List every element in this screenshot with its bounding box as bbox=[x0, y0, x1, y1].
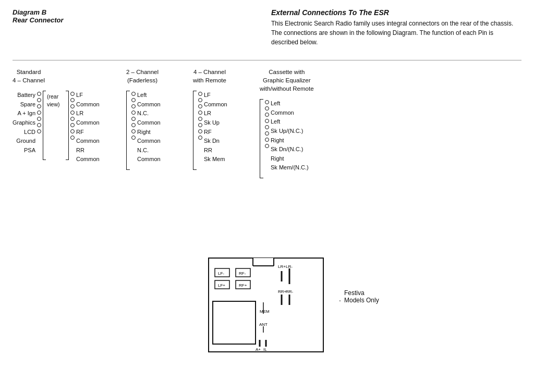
svg-text:LF-: LF- bbox=[218, 271, 224, 276]
std-dot-right-3 bbox=[70, 104, 75, 108]
four-ch-label-6: Sk Dn bbox=[204, 137, 227, 146]
diagrams-area: Standard 4 – Channel Battery Spare A + I… bbox=[13, 68, 521, 178]
two-ch-label-2: Common bbox=[137, 100, 161, 109]
header-left: Diagram B Rear Connector bbox=[13, 8, 64, 24]
std-dot-right-7 bbox=[70, 129, 75, 133]
std-rear-view-label: (rear view) bbox=[46, 91, 66, 110]
std-label-battery: Battery bbox=[17, 91, 35, 100]
page: Diagram B Rear Connector External Connec… bbox=[0, 0, 534, 392]
cassette-labels: Left Common Left Sk Up/(N.C.) Right Sk D… bbox=[271, 99, 309, 173]
four-ch-dot-1 bbox=[198, 92, 202, 96]
cass-label-8: Sk Mem/(N.C.) bbox=[271, 163, 309, 173]
connector-label: Rear Connector bbox=[13, 16, 64, 24]
standard-title: Standard 4 – Channel bbox=[13, 68, 45, 84]
std-box-right-border bbox=[66, 91, 69, 160]
cass-label-7: Right bbox=[271, 154, 309, 164]
cass-label-2: Common bbox=[271, 108, 309, 118]
svg-text:RF-: RF- bbox=[239, 271, 246, 276]
festiva-label: Festiva Models Only bbox=[344, 289, 379, 304]
svg-text:ANT: ANT bbox=[259, 322, 268, 327]
std-dot-right-2 bbox=[70, 98, 75, 102]
standard-right-labels: LF Common LR Common RF Common RR Common bbox=[76, 91, 100, 164]
four-ch-label-7: RR bbox=[204, 146, 227, 155]
two-ch-dot-5 bbox=[131, 117, 136, 121]
std-rlabel-lr: LR bbox=[76, 109, 83, 118]
two-ch-label-5: Right bbox=[137, 128, 161, 137]
two-ch-label-6: Common bbox=[137, 137, 161, 146]
four-channel-group: 4 – Channel with Remote bbox=[193, 68, 250, 178]
bottom-drawing-area: LF- RF- LF+ RF+ LR+ LR- RR+ RR- MEM bbox=[203, 255, 329, 366]
cass-dot-2 bbox=[265, 106, 269, 111]
two-channel-title: 2 – Channel (Faderless) bbox=[126, 68, 159, 84]
std-label-ground: Ground bbox=[16, 137, 35, 146]
std-dot-right-1 bbox=[70, 92, 75, 96]
cass-label-5: Right bbox=[271, 136, 309, 145]
std-rlabel-common4: Common bbox=[76, 155, 100, 164]
two-channel-content: Left Common N.C. Common Right Common N.C… bbox=[126, 91, 161, 170]
four-ch-label-3: LR bbox=[204, 109, 227, 118]
cass-label-4: Sk Up/(N.C.) bbox=[271, 127, 309, 136]
std-dot-left-7 bbox=[37, 129, 41, 133]
std-dot-left-1 bbox=[37, 92, 41, 96]
std-dot-right-6 bbox=[70, 123, 75, 127]
four-channel-labels: LF Common LR Sk Up RF Sk Dn RR Sk Mem bbox=[204, 91, 227, 164]
svg-text:RR-: RR- bbox=[286, 289, 294, 294]
cassette-dots bbox=[265, 99, 269, 149]
four-channel-dots bbox=[198, 91, 202, 141]
std-dot-right-5 bbox=[70, 117, 75, 121]
std-dot-left-2 bbox=[37, 98, 41, 102]
std-label-aign: A + Ign bbox=[17, 109, 35, 118]
cass-dot-1 bbox=[265, 100, 269, 104]
cass-dot-3 bbox=[265, 113, 269, 117]
cass-dot-7 bbox=[265, 138, 269, 142]
two-ch-dot-6 bbox=[131, 123, 136, 127]
cass-label-1: Left bbox=[271, 99, 309, 108]
four-ch-label-4: Sk Up bbox=[204, 118, 227, 128]
standard-connector-group: Standard 4 – Channel Battery Spare A + I… bbox=[13, 68, 117, 178]
diagram-label: Diagram B bbox=[13, 8, 64, 16]
two-channel-labels: Left Common N.C. Common Right Common N.C… bbox=[137, 91, 161, 164]
svg-text:RF+: RF+ bbox=[239, 283, 247, 288]
svg-text:A+: A+ bbox=[256, 347, 261, 352]
std-label-spare: Spare bbox=[20, 100, 35, 109]
two-ch-dot-7 bbox=[131, 129, 136, 133]
four-ch-label-2: Common bbox=[204, 100, 227, 109]
cass-dot-5 bbox=[265, 125, 269, 129]
std-dot-right-4 bbox=[70, 111, 75, 115]
four-ch-dot-7 bbox=[198, 129, 202, 133]
svg-text:MEM: MEM bbox=[260, 309, 270, 314]
cass-label-6: Sk Dn/(N.C.) bbox=[271, 145, 309, 154]
svg-text:LR-: LR- bbox=[286, 264, 293, 269]
two-ch-dot-4 bbox=[131, 111, 136, 115]
four-ch-dot-6 bbox=[198, 123, 202, 127]
four-channel-content: LF Common LR Sk Up RF Sk Dn RR Sk Mem bbox=[193, 91, 227, 170]
svg-rect-24 bbox=[213, 301, 256, 344]
ext-connections-desc: This Electronic Search Radio family uses… bbox=[271, 19, 521, 47]
four-channel-title: 4 – Channel with Remote bbox=[193, 68, 226, 84]
four-ch-dot-8 bbox=[198, 136, 202, 140]
two-ch-label-3: N.C. bbox=[137, 109, 161, 118]
std-rlabel-common2: Common bbox=[76, 118, 100, 128]
std-dot-left-5 bbox=[37, 117, 41, 121]
two-ch-dot-1 bbox=[131, 92, 136, 96]
standard-left-dots bbox=[37, 91, 41, 134]
std-rlabel-rr: RR bbox=[76, 146, 84, 155]
two-ch-label-1: Left bbox=[137, 91, 161, 100]
cass-dot-8 bbox=[265, 144, 269, 148]
cass-label-3: Left bbox=[271, 117, 309, 127]
svg-text:LF+: LF+ bbox=[218, 283, 225, 288]
std-label-lcd: LCD bbox=[24, 128, 35, 137]
std-rlabel-common1: Common bbox=[76, 100, 100, 109]
ext-connections-title: External Connections To The ESR bbox=[271, 8, 521, 17]
standard-right-dots bbox=[70, 91, 75, 141]
four-ch-label-1: LF bbox=[204, 91, 227, 100]
std-dot-left-6 bbox=[37, 123, 41, 127]
svg-rect-1 bbox=[253, 258, 274, 266]
two-ch-label-8: Common bbox=[137, 155, 161, 164]
four-ch-label-5: RF bbox=[204, 128, 227, 137]
cassette-title: Cassette with Graphic Equalizer with/wit… bbox=[260, 68, 314, 93]
four-ch-dot-2 bbox=[198, 98, 202, 102]
two-ch-dot-2 bbox=[131, 98, 136, 102]
two-ch-dot-3 bbox=[131, 104, 136, 108]
std-rlabel-rf: RF bbox=[76, 128, 84, 137]
